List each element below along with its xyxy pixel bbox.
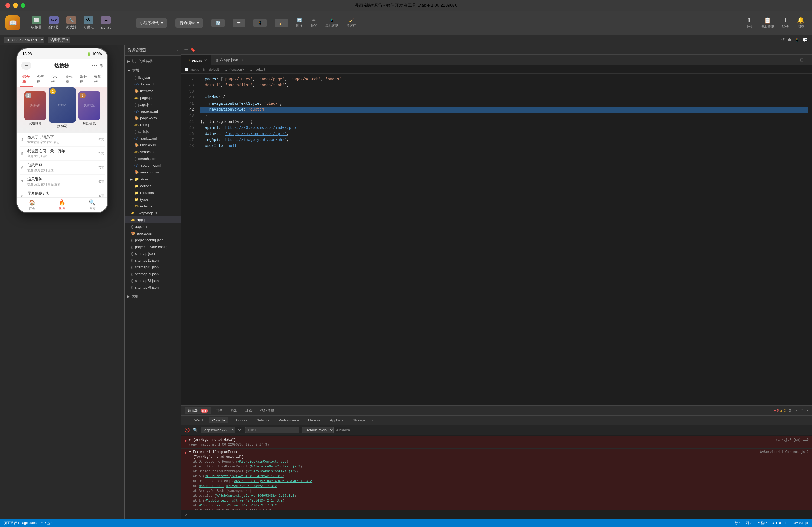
tab-app-json[interactable]: {} {} app.json ×: [212, 55, 247, 65]
notification-button[interactable]: 🔔 消息: [795, 16, 807, 30]
console-clear-icon[interactable]: 🚫: [185, 427, 190, 433]
file-rank-js[interactable]: JS rank.js: [125, 121, 181, 128]
file-app-wxss[interactable]: 🎨 app.wxss: [125, 230, 181, 237]
file-page-json[interactable]: {} page.json: [125, 101, 181, 108]
console-input[interactable]: [189, 513, 809, 517]
console-close-icon[interactable]: ×: [806, 408, 809, 413]
rank-item-6[interactable]: 6 仙武帝尊 热血 修真 玄幻 漫改 72万: [20, 161, 105, 175]
cloud-button[interactable]: ☁ 云开发: [98, 15, 114, 31]
file-page-wxss[interactable]: 🎨 page.wxss: [125, 115, 181, 121]
file-sitemap79[interactable]: {} sitemap79.json: [125, 284, 181, 291]
phone-icon[interactable]: 📱: [794, 37, 800, 43]
file-page-wxml[interactable]: </> page.wxml: [125, 108, 181, 115]
subtab-console[interactable]: Console: [209, 417, 229, 423]
app-context-selector[interactable]: appservice (#2): [201, 427, 235, 434]
tab-close-app-js[interactable]: ×: [204, 58, 207, 63]
clean-cache-button[interactable]: 🧹: [275, 19, 288, 27]
console-filter-input[interactable]: [245, 427, 299, 433]
tab-hot[interactable]: 🔥 热搜: [47, 198, 77, 213]
file-page-js[interactable]: JS page.js: [125, 94, 181, 101]
outline-header[interactable]: ▶ 大纲: [125, 292, 181, 300]
device-selector[interactable]: iPhone X 85% 16 ▾: [4, 37, 44, 43]
share-icon[interactable]: ⊕: [99, 63, 103, 69]
tab-girls[interactable]: 少女榜: [48, 72, 61, 87]
open-editors-header[interactable]: ▶ 打开的编辑器: [125, 57, 181, 65]
rank-item-5[interactable]: 5 我被困在同一天一万年 穿越 玄幻 后宫 74万: [20, 147, 105, 161]
console-settings-icon[interactable]: ⚙: [788, 408, 792, 413]
store-folder[interactable]: ▶ 📁 store: [125, 176, 181, 182]
rank-item-4[interactable]: 4 她来了，请趴下 飒飒动漫 恋爱 都市 霸总 81万: [20, 133, 105, 147]
split-editor-icon[interactable]: ⊞: [800, 57, 803, 62]
file-index-js[interactable]: JS index.js: [125, 203, 181, 210]
tab-debugger[interactable]: 调试器 5,3: [185, 407, 211, 414]
hotreload-button[interactable]: 热重载 开 ▾: [48, 37, 70, 43]
subtab-network[interactable]: Network: [253, 417, 273, 423]
close-button[interactable]: [5, 3, 10, 8]
tab-app-js[interactable]: JS app.js ×: [182, 55, 212, 65]
file-search-wxss[interactable]: 🎨 search.wxss: [125, 169, 181, 176]
file-project-config[interactable]: {} project.config.json: [125, 237, 181, 244]
back-button[interactable]: ←: [21, 62, 31, 70]
vision-button[interactable]: 👁 可视化: [81, 15, 96, 31]
console-minimize-icon[interactable]: ⌃: [801, 408, 804, 413]
more-tabs-icon[interactable]: ···: [806, 58, 809, 62]
inspect-icon[interactable]: 🔍: [193, 427, 198, 433]
file-rank-json[interactable]: {} rank.json: [125, 128, 181, 135]
file-list-wxml[interactable]: </> list.wxml: [125, 81, 181, 88]
file-search-js[interactable]: JS search.js: [125, 148, 181, 155]
tab-close-app-json[interactable]: ×: [240, 58, 243, 62]
file-sitemap73[interactable]: {} sitemap73.json: [125, 277, 181, 284]
file-list-wxss[interactable]: 🎨 list.wxss: [125, 88, 181, 94]
preview-button[interactable]: 👁: [233, 19, 245, 27]
console-more-icon[interactable]: ⋮: [794, 408, 798, 413]
refresh-icon[interactable]: ↺: [781, 37, 785, 43]
editor-button[interactable]: </> 编辑器: [46, 15, 62, 31]
subtab-storage[interactable]: Storage: [350, 417, 369, 423]
root-folder-header[interactable]: ▼ 前端: [125, 67, 181, 74]
subtab-memory[interactable]: Memory: [305, 417, 324, 423]
link-wa-2[interactable]: WAServiceMainContext.js:2: [251, 465, 300, 469]
tab-search[interactable]: 🔍 搜索: [77, 198, 107, 213]
record-icon[interactable]: ⏺: [787, 37, 792, 43]
forward-icon[interactable]: →: [204, 47, 208, 52]
subtab-wxml[interactable]: Wxml: [191, 417, 206, 423]
tab-rising[interactable]: 飙升榜: [77, 72, 90, 87]
tab-problems[interactable]: 问题: [213, 407, 226, 414]
tab-comprehensive[interactable]: 综合榜: [20, 72, 33, 87]
upload-button[interactable]: ⬆ 上传: [744, 16, 755, 30]
more-tabs-chevron[interactable]: »: [371, 418, 373, 423]
file-search-wxml[interactable]: </> search.wxml: [125, 162, 181, 169]
tab-boys[interactable]: 少年榜: [34, 72, 47, 87]
detail-button[interactable]: ℹ 详情: [780, 16, 791, 30]
file-rank-wxml[interactable]: </> rank.wxml: [125, 135, 181, 142]
more-icon[interactable]: •••: [92, 63, 97, 69]
real-debug-button[interactable]: 📱: [253, 19, 266, 27]
eye-icon[interactable]: 👁: [238, 428, 243, 433]
file-types[interactable]: 📁 types: [125, 196, 181, 203]
subtab-sources[interactable]: Sources: [231, 417, 251, 423]
minimize-button[interactable]: [13, 3, 18, 8]
file-app-js[interactable]: JS app.js: [125, 216, 181, 223]
tab-home[interactable]: 🏠 首页: [17, 198, 47, 213]
tab-terminal[interactable]: 终端: [242, 407, 256, 414]
file-sitemap[interactable]: {} sitemap.json: [125, 250, 181, 257]
link-wa-3[interactable]: WAServiceMainContext.js:2: [247, 470, 296, 473]
version-manager-button[interactable]: 📋 版本管理: [759, 16, 776, 30]
link-wa-8[interactable]: WASubContext.js?t=we_40495343&v=2.17.3:2: [205, 499, 282, 503]
file-list-json[interactable]: {} list.json: [125, 74, 181, 81]
file-wepylogs[interactable]: JS _wepylogs.js: [125, 210, 181, 216]
file-project-private[interactable]: {} project.private.config...: [125, 244, 181, 250]
link-wa-7[interactable]: WASubContext.js?t=we_40495343&v=2.17.3:2: [216, 494, 294, 498]
maximize-button[interactable]: [20, 3, 26, 8]
file-panel-more[interactable]: ···: [175, 48, 178, 53]
pause-icon[interactable]: ⏸: [185, 418, 188, 423]
compile-button[interactable]: 🔄: [212, 19, 224, 27]
link-wa-1[interactable]: WAServiceMainContext.js:2: [238, 460, 286, 464]
chat-icon[interactable]: 💬: [802, 37, 808, 43]
file-rank-wxss[interactable]: 🎨 rank.wxss: [125, 142, 181, 148]
tab-code-quality[interactable]: 代码质量: [257, 407, 278, 414]
back-icon[interactable]: ←: [198, 47, 202, 52]
simulator-button[interactable]: ⬜ 模拟器: [28, 15, 44, 31]
link-wa-9[interactable]: WASubContext.js?t=we_40495343&v=2.17.3:2: [199, 504, 277, 508]
subtab-appdata[interactable]: AppData: [327, 417, 347, 423]
